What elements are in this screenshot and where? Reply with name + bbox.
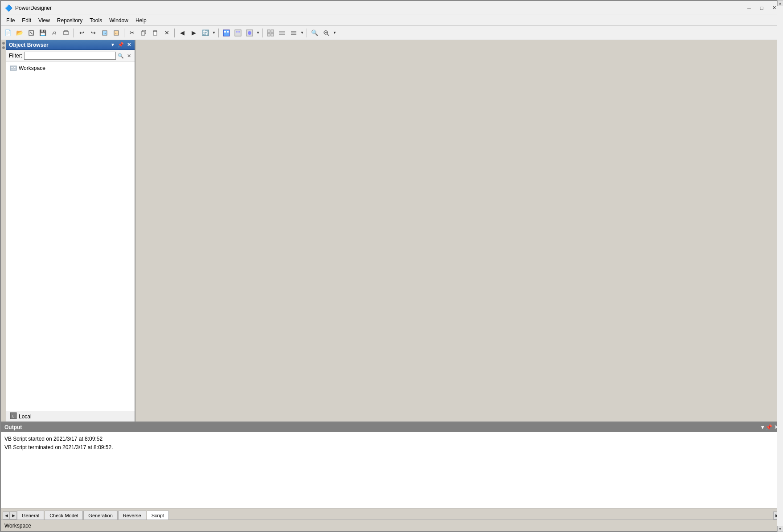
workspace-tree-label: Workspace xyxy=(19,65,45,71)
svg-line-1 xyxy=(30,32,33,34)
toolbar-sync-dropdown[interactable]: ▼ xyxy=(212,28,216,38)
left-tab-dot-2 xyxy=(2,46,5,49)
tab-reverse[interactable]: Reverse xyxy=(118,511,146,520)
toolbar-view1-btn[interactable] xyxy=(265,28,276,38)
toolbar-diagram-dropdown[interactable]: ▼ xyxy=(256,28,260,38)
title-text: PowerDesigner xyxy=(15,5,745,11)
toolbar-copy-btn[interactable] xyxy=(138,28,149,38)
status-bar: Workspace xyxy=(1,520,782,531)
tab-general[interactable]: General xyxy=(17,511,44,520)
tab-bar: ◀ ▶ General Check Model Generation Rever… xyxy=(1,508,782,520)
browser-footer-label: Local xyxy=(19,413,32,420)
output-header: Output ▾ 📌 ✕ xyxy=(1,422,782,432)
toolbar-separator-3 xyxy=(174,29,175,37)
toolbar-back-btn[interactable]: ◀ xyxy=(177,28,188,38)
toolbar-view3-btn[interactable] xyxy=(288,28,299,38)
object-browser-title: Object Browser xyxy=(9,42,110,48)
svg-rect-21 xyxy=(271,30,274,33)
svg-text:→: → xyxy=(103,31,107,35)
toolbar-diagram1-btn[interactable] xyxy=(221,28,232,38)
tree-item-workspace[interactable]: Workspace xyxy=(6,64,135,73)
browser-footer: L Local xyxy=(6,411,135,422)
content-area: Object Browser ▾ 📌 ✕ Filter: 🔍 ✕ xyxy=(1,40,782,531)
toolbar-new-btn[interactable]: 📄 xyxy=(3,28,13,38)
toolbar-paste-btn[interactable] xyxy=(150,28,160,38)
toolbar-zoom-out-btn[interactable] xyxy=(321,28,332,38)
middle-area: Object Browser ▾ 📌 ✕ Filter: 🔍 ✕ xyxy=(1,40,782,422)
toolbar-find-btn[interactable]: 🔍 xyxy=(309,28,320,38)
object-browser-close-icon[interactable]: ✕ xyxy=(126,42,132,48)
filter-search-icon[interactable]: 🔍 xyxy=(118,53,124,59)
window-controls: ─ □ ✕ xyxy=(745,4,779,12)
toolbar-view-dropdown[interactable]: ▼ xyxy=(300,28,304,38)
object-browser: Object Browser ▾ 📌 ✕ Filter: 🔍 ✕ xyxy=(6,40,135,422)
menu-view[interactable]: View xyxy=(35,16,53,25)
output-content: VB Script started on 2021/3/17 at 8:09:5… xyxy=(1,432,782,508)
filter-clear-icon[interactable]: ✕ xyxy=(126,53,132,59)
menu-edit[interactable]: Edit xyxy=(18,16,35,25)
output-panel: Output ▾ 📌 ✕ VB Script started on 2021/3… xyxy=(1,422,782,520)
app-icon: 🔷 xyxy=(4,4,12,12)
object-browser-pin-icon[interactable]: ▾ xyxy=(110,42,116,48)
object-browser-header-icons: ▾ 📌 ✕ xyxy=(110,42,132,48)
local-icon: L xyxy=(10,412,17,421)
toolbar-save-btn[interactable]: 💾 xyxy=(37,28,48,38)
toolbar-delete-btn[interactable]: ✕ xyxy=(161,28,172,38)
output-title: Output xyxy=(4,424,761,430)
output-dropdown-icon[interactable]: ▾ xyxy=(761,424,764,430)
svg-rect-17 xyxy=(238,31,240,33)
maximize-button[interactable]: □ xyxy=(757,4,766,12)
object-browser-pin-btn[interactable]: 📌 xyxy=(118,42,124,48)
menu-file[interactable]: File xyxy=(3,16,18,25)
svg-rect-14 xyxy=(227,31,229,33)
toolbar-separator-1 xyxy=(74,29,74,37)
left-tabs xyxy=(1,40,6,422)
filter-input[interactable] xyxy=(24,52,116,60)
toolbar-import-btn[interactable]: ← xyxy=(111,28,122,38)
output-line-1: VB Script started on 2021/3/17 at 8:09:5… xyxy=(4,435,779,443)
menu-repository[interactable]: Repository xyxy=(53,16,86,25)
toolbar-separator-2 xyxy=(124,29,124,37)
menu-window[interactable]: Window xyxy=(106,16,132,25)
toolbar-diagram2-btn[interactable] xyxy=(233,28,243,38)
toolbar-print-preview-btn[interactable] xyxy=(61,28,71,38)
toolbar-forward-btn[interactable]: ▶ xyxy=(189,28,199,38)
svg-text:←: ← xyxy=(115,31,118,35)
menu-tools[interactable]: Tools xyxy=(86,16,106,25)
toolbar-open-btn[interactable]: 📂 xyxy=(14,28,25,38)
title-bar: 🔷 PowerDesigner ─ □ ✕ xyxy=(1,1,782,15)
toolbar-diagram3-btn[interactable] xyxy=(244,28,255,38)
toolbar-export-btn[interactable]: → xyxy=(99,28,110,38)
toolbar-print-btn[interactable]: 🖨 xyxy=(49,28,60,38)
svg-rect-23 xyxy=(271,33,274,36)
tab-generation[interactable]: Generation xyxy=(83,511,117,520)
toolbar-undo-btn[interactable]: ↩ xyxy=(76,28,87,38)
tab-nav-prev-btn[interactable]: ◀ xyxy=(3,512,10,520)
toolbar-redo-btn[interactable]: ↪ xyxy=(88,28,98,38)
svg-line-31 xyxy=(327,34,329,36)
svg-point-19 xyxy=(248,31,251,35)
tab-script[interactable]: Script xyxy=(147,511,169,520)
toolbar-sync-btn[interactable]: 🔄 xyxy=(200,28,211,38)
minimize-button[interactable]: ─ xyxy=(745,4,754,12)
scrollbar-track[interactable] xyxy=(777,432,782,508)
svg-rect-29 xyxy=(291,34,296,35)
toolbar-close-btn[interactable] xyxy=(26,28,37,38)
toolbar: 📄 📂 💾 🖨 ↩ ↪ → ← ✂ ✕ ◀ ▶ xyxy=(1,26,782,40)
toolbar-cut-btn[interactable]: ✂ xyxy=(127,28,137,38)
toolbar-view2-btn[interactable] xyxy=(277,28,287,38)
svg-rect-9 xyxy=(141,32,145,35)
canvas-area[interactable] xyxy=(135,40,782,422)
toolbar-zoom-dropdown[interactable]: ▼ xyxy=(332,28,337,38)
output-pin-icon[interactable]: 📌 xyxy=(766,424,772,430)
svg-text:L: L xyxy=(12,414,15,418)
toolbar-separator-6 xyxy=(307,29,307,37)
output-scrollbar[interactable]: ▲ ▼ xyxy=(777,432,782,508)
output-header-icons: ▾ 📌 ✕ xyxy=(761,424,779,430)
output-line-2: VB Script terminated on 2021/3/17 at 8:0… xyxy=(4,443,779,452)
tab-check-model[interactable]: Check Model xyxy=(45,511,83,520)
svg-rect-13 xyxy=(224,31,226,33)
tab-nav-next-btn[interactable]: ▶ xyxy=(10,512,17,520)
menu-help[interactable]: Help xyxy=(132,16,150,25)
svg-rect-3 xyxy=(65,30,67,32)
